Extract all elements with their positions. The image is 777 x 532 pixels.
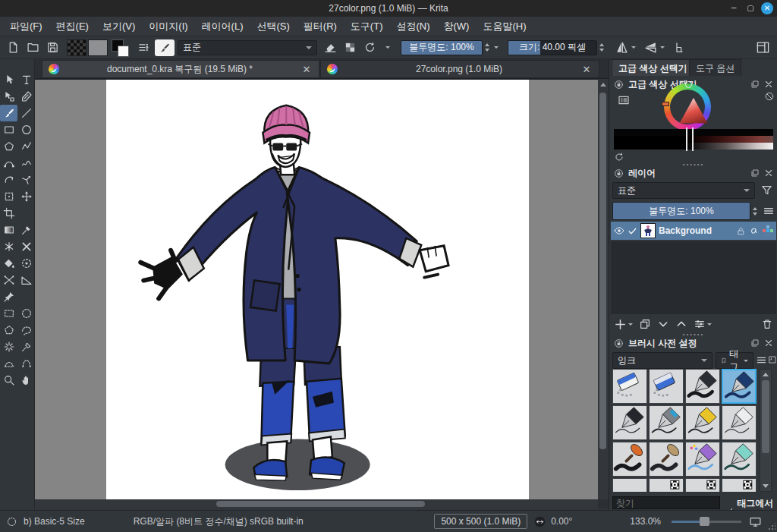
canvas-vscrollbar[interactable] (598, 79, 609, 499)
tool-multibrush[interactable] (17, 172, 35, 188)
mirror-vertical-caret[interactable] (660, 46, 665, 49)
menu-item[interactable]: 도움말(H) (476, 17, 533, 36)
tool-bezier-select[interactable] (0, 355, 17, 372)
brush-preset-fineliner[interactable] (612, 405, 647, 440)
brush-tag-filter-select[interactable]: 잉크 (612, 352, 713, 369)
gamut-mask-off-icon[interactable] (764, 91, 775, 102)
layer-opacity-spinner[interactable] (750, 203, 759, 219)
canvas-area[interactable] (35, 79, 598, 499)
eraser-mode-button[interactable] (320, 38, 340, 58)
float-docker-icon[interactable] (750, 168, 760, 178)
pattern-chooser[interactable] (88, 39, 108, 56)
slider-detach-caret[interactable] (385, 46, 390, 49)
open-document-button[interactable] (23, 38, 42, 58)
minimize-button[interactable]: – (727, 2, 741, 14)
layer-lock-icon[interactable] (736, 226, 746, 236)
tool-smart-patch[interactable] (0, 238, 17, 255)
gradient-chooser[interactable] (67, 39, 87, 56)
docker-lock-icon[interactable] (614, 80, 624, 90)
close-docker-icon[interactable] (764, 80, 773, 89)
tab-advanced-color-selector[interactable]: 고급 색상 선택기 (612, 59, 694, 76)
layer-visibility-eye-icon[interactable] (614, 225, 624, 236)
opacity-detach-caret[interactable] (494, 46, 499, 49)
tool-zoom[interactable] (0, 372, 17, 389)
close-docker-icon[interactable] (764, 168, 773, 178)
color-history-refresh-icon[interactable] (614, 152, 624, 162)
tool-rectangle[interactable] (0, 121, 17, 138)
close-button[interactable]: ✕ (761, 2, 773, 14)
tool-reference-images[interactable] (0, 288, 17, 305)
docker-lock-icon[interactable] (614, 168, 624, 178)
brush-preset-texture-stroke[interactable] (649, 478, 684, 492)
zoom-slider[interactable] (672, 516, 741, 527)
brush-preset-fountain-pen[interactable] (722, 405, 757, 440)
tool-similar-color-select[interactable] (17, 338, 35, 355)
float-docker-icon[interactable] (750, 80, 760, 89)
tool-bezier-curve[interactable] (0, 155, 17, 172)
doc-tab-document0[interactable]: document_0.kra 복구됨 (19.5 MiB) * ✕ (42, 60, 319, 78)
preset-scrollbar[interactable] (760, 369, 772, 492)
brush-preset-sparkle-pen[interactable] (685, 442, 720, 477)
brush-preset-teal-pen[interactable] (722, 442, 757, 477)
move-layer-up-button[interactable] (675, 318, 687, 330)
size-slider[interactable]: 크기: 40.00 픽셀 (508, 40, 597, 55)
tool-polygon-select[interactable] (0, 322, 17, 338)
reload-preset-button[interactable] (360, 38, 379, 58)
brush-preset-ink-pen-black[interactable] (685, 369, 720, 404)
tool-polyline[interactable] (17, 138, 35, 155)
blending-mode-select[interactable]: 표준 (178, 40, 317, 55)
shade-bar-2[interactable] (614, 136, 773, 143)
saturation-triangle[interactable] (678, 97, 709, 127)
layer-blending-mode-select[interactable]: 표준 (612, 182, 755, 199)
tool-pan[interactable] (17, 372, 35, 389)
brush-preset-texture-grain[interactable] (722, 478, 757, 492)
layer-check-icon[interactable] (628, 226, 637, 236)
tool-ellipse[interactable] (17, 121, 35, 138)
layer-properties-button[interactable] (694, 318, 712, 330)
shade-bar-1[interactable] (614, 129, 773, 136)
tool-freehand-path[interactable] (17, 155, 35, 172)
opacity-slider[interactable]: 불투명도: 100% (401, 40, 483, 55)
tag-button[interactable]: 태그 (716, 352, 753, 369)
tool-edit-shapes[interactable] (0, 88, 17, 105)
layer-filter-icon[interactable] (760, 184, 773, 197)
tool-magnetic-select[interactable] (17, 355, 35, 372)
tool-text[interactable] (17, 71, 35, 88)
preset-search-input[interactable] (612, 496, 720, 509)
brush-preset-technical-pen[interactable] (649, 405, 684, 440)
tool-dynamic-brush[interactable] (0, 172, 17, 188)
menu-item[interactable]: 레이어(L) (195, 17, 250, 36)
float-docker-icon[interactable] (750, 338, 760, 348)
tab-tool-options[interactable]: 도구 옵션 (689, 59, 741, 76)
canvas-hscrollbar[interactable] (35, 499, 598, 508)
opacity-spinner[interactable] (483, 40, 491, 55)
tool-select-shapes[interactable] (0, 71, 17, 88)
workspace-chooser-button[interactable] (753, 38, 772, 58)
layer-opacity-slider[interactable]: 불투명도: 100% (612, 202, 750, 220)
tool-measure[interactable] (17, 272, 35, 288)
tool-line[interactable] (17, 105, 35, 121)
layer-options-icon[interactable] (763, 205, 775, 217)
menu-item[interactable]: 설정(N) (389, 17, 436, 36)
tool-transform[interactable] (0, 188, 17, 205)
layer-list-empty-area[interactable] (611, 241, 776, 314)
tool-fill[interactable] (0, 255, 17, 272)
brush-preset-paint-brush-orange[interactable] (612, 442, 647, 477)
brush-preset-eraser-soft[interactable] (612, 369, 647, 404)
tool-gradient[interactable] (0, 222, 17, 238)
maximize-button[interactable]: ▢ (744, 2, 757, 14)
add-layer-button[interactable] (614, 318, 633, 331)
brush-preview-icon[interactable] (6, 516, 17, 527)
mirror-horizontal-caret[interactable] (631, 46, 636, 49)
edit-brush-settings-button[interactable] (155, 39, 175, 56)
hue-ring[interactable] (664, 83, 711, 131)
docker-lock-icon[interactable] (614, 338, 624, 348)
display-mode-icon[interactable] (768, 355, 777, 364)
close-docker-icon[interactable] (764, 338, 773, 348)
brush-preset-hatching[interactable] (612, 478, 647, 492)
brush-preset-texture-dots[interactable] (685, 478, 720, 492)
menu-item[interactable]: 이미지(I) (142, 17, 194, 36)
layer-properties-icon[interactable] (763, 225, 773, 236)
tab-close-icon[interactable]: ✕ (300, 64, 313, 75)
canvas-document[interactable] (106, 80, 529, 499)
